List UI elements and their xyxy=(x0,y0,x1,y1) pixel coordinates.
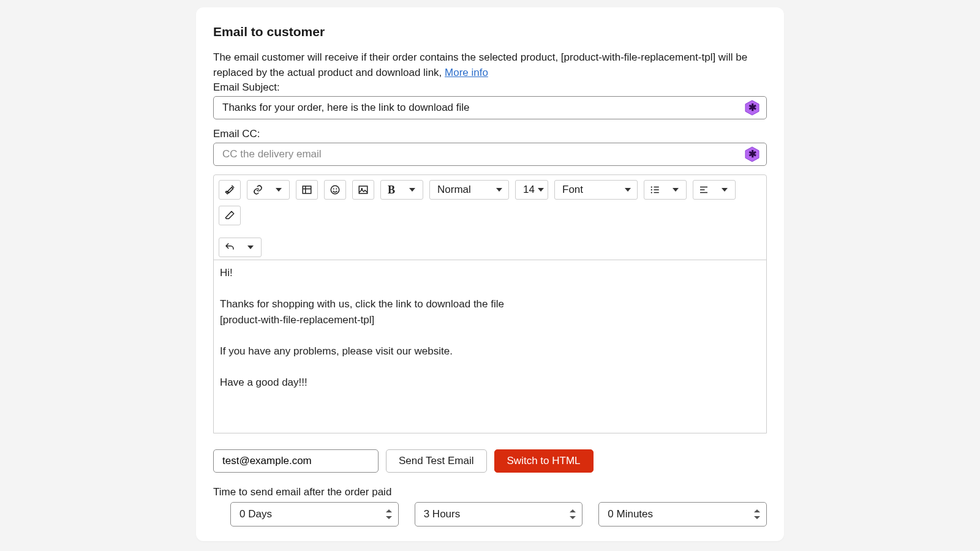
time-label: Time to send email after the order paid xyxy=(213,486,767,498)
align-icon xyxy=(693,181,714,199)
time-row: 0 Days 3 Hours 0 Minutes xyxy=(213,502,767,527)
svg-point-14 xyxy=(651,192,652,193)
highlight-icon xyxy=(219,181,240,199)
font-size-select[interactable]: 14 xyxy=(515,180,548,200)
link-icon xyxy=(247,181,268,199)
days-select[interactable]: 0 Days xyxy=(230,502,399,527)
editor-line xyxy=(220,281,760,297)
image-tool[interactable] xyxy=(352,180,374,200)
clear-format-tool[interactable] xyxy=(219,206,241,225)
cc-field-wrap: ✱ xyxy=(213,143,767,166)
editor-line: Hi! xyxy=(220,265,760,281)
font-family-value: Font xyxy=(562,184,583,196)
format-value: Normal xyxy=(437,184,471,196)
select-arrows-icon xyxy=(754,509,760,519)
undo-icon xyxy=(219,238,240,257)
image-icon xyxy=(353,181,374,199)
rich-text-editor: B Normal 14 Font xyxy=(213,174,767,433)
editor-toolbar: B Normal 14 Font xyxy=(214,175,766,260)
link-dropdown-icon xyxy=(268,181,289,199)
test-email-row: Send Test Email Switch to HTML xyxy=(213,449,767,473)
align-tool[interactable] xyxy=(693,180,736,200)
list-dropdown-icon xyxy=(665,181,686,199)
svg-text:✱: ✱ xyxy=(748,102,756,113)
table-tool[interactable] xyxy=(296,180,318,200)
subject-label: Email Subject: xyxy=(213,81,767,94)
subject-input[interactable] xyxy=(213,96,767,119)
emoji-tool[interactable] xyxy=(324,180,346,200)
svg-rect-4 xyxy=(303,186,311,193)
days-value: 0 Days xyxy=(239,508,272,520)
eraser-icon xyxy=(219,206,240,225)
bold-tool[interactable]: B xyxy=(380,180,423,200)
list-tool[interactable] xyxy=(644,180,687,200)
editor-line: Thanks for shopping with us, click the l… xyxy=(220,296,760,312)
editor-body[interactable]: Hi! Thanks for shopping with us, click t… xyxy=(214,260,766,433)
editor-line xyxy=(220,359,760,375)
undo-tool[interactable] xyxy=(219,238,262,257)
switch-html-button[interactable]: Switch to HTML xyxy=(494,449,594,473)
editor-line: [product-with-file-replacement-tpl] xyxy=(220,312,760,328)
minutes-select[interactable]: 0 Minutes xyxy=(598,502,767,527)
emoji-icon xyxy=(325,181,345,199)
bold-dropdown-icon xyxy=(402,181,423,199)
font-size-value: 14 xyxy=(523,184,535,196)
svg-point-12 xyxy=(651,187,652,188)
cc-input[interactable] xyxy=(213,143,767,166)
editor-line: Have a good day!!! xyxy=(220,375,760,391)
hours-value: 3 Hours xyxy=(424,508,461,520)
select-arrows-icon xyxy=(570,509,576,519)
send-test-button[interactable]: Send Test Email xyxy=(386,449,487,473)
variable-picker-icon[interactable]: ✱ xyxy=(744,99,761,116)
select-arrows-icon xyxy=(386,509,392,519)
subject-field-wrap: ✱ xyxy=(213,96,767,119)
highlight-tool[interactable] xyxy=(219,180,241,200)
svg-point-7 xyxy=(331,186,339,195)
cc-label: Email CC: xyxy=(213,128,767,140)
svg-rect-10 xyxy=(359,186,368,193)
undo-dropdown-icon xyxy=(240,238,261,257)
svg-point-9 xyxy=(336,189,337,190)
email-settings-card: Email to customer The email customer wil… xyxy=(196,7,784,541)
font-family-select[interactable]: Font xyxy=(554,180,638,200)
hours-select[interactable]: 3 Hours xyxy=(415,502,583,527)
svg-point-13 xyxy=(651,189,652,190)
section-title: Email to customer xyxy=(213,24,767,39)
minutes-value: 0 Minutes xyxy=(608,508,653,520)
align-dropdown-icon xyxy=(714,181,735,199)
editor-line xyxy=(220,328,760,343)
test-email-input[interactable] xyxy=(213,449,379,473)
editor-line: If you have any problems, please visit o… xyxy=(220,343,760,359)
section-description: The email customer will receive if their… xyxy=(213,50,767,80)
table-icon xyxy=(296,181,317,199)
svg-text:✱: ✱ xyxy=(748,149,756,159)
bold-icon: B xyxy=(381,181,402,199)
more-info-link[interactable]: More info xyxy=(445,67,488,78)
link-tool[interactable] xyxy=(247,180,290,200)
variable-picker-icon[interactable]: ✱ xyxy=(744,146,761,163)
svg-point-8 xyxy=(333,189,334,190)
list-icon xyxy=(644,181,665,199)
format-select[interactable]: Normal xyxy=(429,180,509,200)
